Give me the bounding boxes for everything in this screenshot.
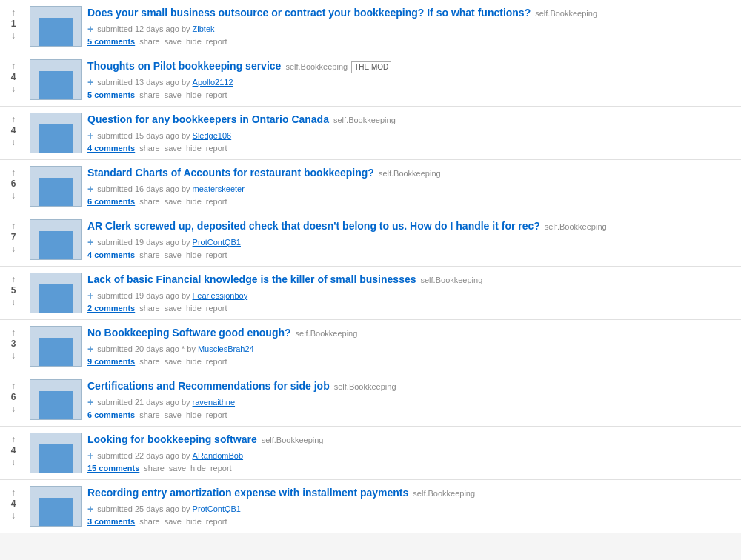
post-title[interactable]: Does your small business outsource or co… [87, 7, 531, 19]
add-icon[interactable]: + [87, 396, 93, 408]
share-button[interactable]: share [144, 464, 165, 473]
post-thumbnail[interactable] [30, 433, 82, 473]
post-thumbnail[interactable] [30, 379, 82, 420]
post-thumbnail[interactable] [30, 166, 82, 207]
upvote-button[interactable]: ↑ [11, 7, 16, 18]
comments-link[interactable]: 4 comments [87, 250, 135, 259]
post-title[interactable]: Recording entry amortization expense wit… [87, 487, 408, 499]
add-icon[interactable]: + [87, 130, 93, 141]
post-thumbnail[interactable] [30, 273, 82, 313]
hide-button[interactable]: hide [186, 357, 202, 366]
share-button[interactable]: share [139, 250, 160, 259]
save-button[interactable]: save [165, 144, 182, 153]
downvote-button[interactable]: ↓ [11, 350, 16, 361]
post-title[interactable]: Looking for bookkeeping software [87, 433, 257, 445]
hide-button[interactable]: hide [186, 410, 202, 419]
hide-button[interactable]: hide [186, 90, 202, 99]
add-icon[interactable]: + [87, 290, 93, 301]
hide-button[interactable]: hide [186, 144, 202, 153]
save-button[interactable]: save [165, 90, 182, 99]
share-button[interactable]: share [139, 410, 160, 419]
upvote-button[interactable]: ↑ [11, 167, 16, 178]
add-icon[interactable]: + [87, 76, 93, 88]
post-author[interactable]: Sledge106 [193, 131, 232, 140]
post-author[interactable]: ProtContQB1 [193, 504, 241, 513]
post-title[interactable]: Lack of basic Financial knowledge is the… [87, 273, 416, 285]
post-title[interactable]: Certifications and Recommendations for s… [87, 380, 330, 392]
downvote-button[interactable]: ↓ [11, 457, 16, 467]
hide-button[interactable]: hide [186, 517, 202, 526]
share-button[interactable]: share [139, 197, 160, 206]
upvote-button[interactable]: ↑ [11, 221, 16, 231]
post-thumbnail[interactable] [30, 486, 82, 527]
add-icon[interactable]: + [87, 183, 93, 195]
comments-link[interactable]: 5 comments [87, 37, 135, 46]
upvote-button[interactable]: ↑ [11, 487, 16, 498]
post-author[interactable]: ARandomBob [193, 451, 244, 460]
comments-link[interactable]: 4 comments [87, 144, 135, 153]
post-author[interactable]: meaterskeeter [193, 184, 245, 193]
share-button[interactable]: share [139, 144, 160, 153]
comments-link[interactable]: 5 comments [87, 90, 135, 99]
comments-link[interactable]: 6 comments [87, 410, 135, 419]
share-button[interactable]: share [139, 304, 160, 313]
downvote-button[interactable]: ↓ [11, 244, 16, 254]
save-button[interactable]: save [165, 357, 182, 366]
downvote-button[interactable]: ↓ [11, 137, 16, 147]
upvote-button[interactable]: ↑ [11, 327, 16, 338]
post-author[interactable]: Fearlessjonboy [193, 291, 248, 300]
comments-link[interactable]: 6 comments [87, 197, 135, 206]
post-author[interactable]: MusclesBrah24 [198, 344, 254, 353]
comments-link[interactable]: 15 comments [87, 464, 139, 473]
hide-button[interactable]: hide [190, 464, 206, 473]
post-title[interactable]: No Bookkeeping Software good enough? [87, 327, 291, 339]
add-icon[interactable]: + [87, 450, 93, 461]
save-button[interactable]: save [165, 37, 182, 46]
upvote-button[interactable]: ↑ [11, 381, 16, 391]
post-thumbnail[interactable] [30, 6, 82, 47]
post-title[interactable]: Thoughts on Pilot bookkeeping service [87, 60, 281, 72]
hide-button[interactable]: hide [186, 37, 202, 46]
hide-button[interactable]: hide [186, 250, 202, 259]
share-button[interactable]: share [139, 357, 160, 366]
post-thumbnail[interactable] [30, 113, 82, 153]
save-button[interactable]: save [165, 517, 182, 526]
downvote-button[interactable]: ↓ [11, 404, 16, 414]
post-author[interactable]: ProtContQB1 [193, 238, 241, 247]
downvote-button[interactable]: ↓ [11, 84, 16, 94]
post-author[interactable]: Apollo2112 [193, 78, 233, 87]
add-icon[interactable]: + [87, 503, 93, 515]
save-button[interactable]: save [165, 197, 182, 206]
hide-button[interactable]: hide [186, 304, 202, 313]
report-button[interactable]: report [206, 410, 227, 419]
post-thumbnail[interactable] [30, 326, 82, 367]
downvote-button[interactable]: ↓ [11, 30, 16, 41]
report-button[interactable]: report [206, 250, 227, 259]
upvote-button[interactable]: ↑ [11, 434, 16, 444]
post-author[interactable]: Zibtek [193, 24, 215, 33]
upvote-button[interactable]: ↑ [11, 61, 16, 71]
save-button[interactable]: save [169, 464, 186, 473]
comments-link[interactable]: 3 comments [87, 517, 135, 526]
report-button[interactable]: report [206, 304, 227, 313]
post-title[interactable]: Question for any bookkeepers in Ontario … [87, 113, 329, 125]
post-thumbnail[interactable] [30, 219, 82, 260]
post-title[interactable]: AR Clerk screwed up, deposited check tha… [87, 220, 540, 232]
add-icon[interactable]: + [87, 23, 93, 35]
report-button[interactable]: report [206, 357, 227, 366]
share-button[interactable]: share [139, 37, 160, 46]
downvote-button[interactable]: ↓ [11, 190, 16, 201]
share-button[interactable]: share [139, 517, 160, 526]
downvote-button[interactable]: ↓ [11, 510, 16, 521]
add-icon[interactable]: + [87, 343, 93, 355]
upvote-button[interactable]: ↑ [11, 274, 16, 284]
report-button[interactable]: report [206, 144, 227, 153]
upvote-button[interactable]: ↑ [11, 114, 16, 124]
comments-link[interactable]: 9 comments [87, 357, 135, 366]
hide-button[interactable]: hide [186, 197, 202, 206]
report-button[interactable]: report [210, 464, 232, 473]
save-button[interactable]: save [165, 304, 182, 313]
post-thumbnail[interactable] [30, 59, 82, 100]
downvote-button[interactable]: ↓ [11, 297, 16, 307]
save-button[interactable]: save [165, 250, 182, 259]
